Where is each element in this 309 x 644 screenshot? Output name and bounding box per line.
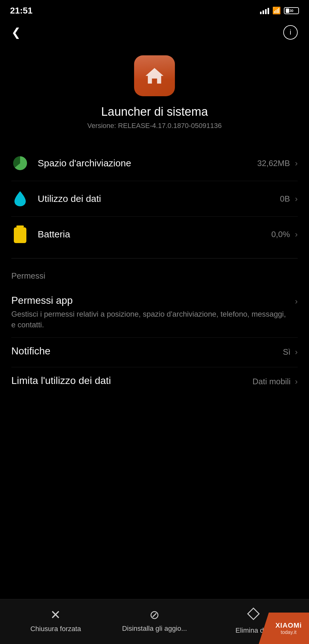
- force-close-label: Chiusura forzata: [30, 625, 81, 633]
- home-icon: [144, 65, 165, 87]
- svg-marker-3: [248, 608, 259, 619]
- notifications-item[interactable]: Notifiche Sì ›: [11, 338, 298, 367]
- notifications-chevron: ›: [295, 347, 298, 357]
- app-permissions-chevron: ›: [295, 297, 298, 306]
- app-version: Versione: RELEASE-4.17.0.1870-05091136: [87, 122, 222, 130]
- storage-value: 32,62MB: [257, 158, 290, 168]
- clear-data-icon: [247, 607, 260, 623]
- svg-rect-2: [14, 227, 26, 243]
- storage-label: Spazio d'archiviazione: [38, 158, 257, 169]
- top-nav: ❮ i: [0, 19, 309, 46]
- app-permissions-title: Permessi app: [11, 295, 289, 306]
- wifi-icon: 📶: [272, 7, 281, 15]
- app-icon: [134, 55, 175, 96]
- data-limit-value: Dati mobili: [252, 377, 290, 386]
- back-button[interactable]: ❮: [11, 27, 21, 38]
- watermark-sub: today.it: [281, 630, 296, 635]
- data-usage-item[interactable]: Utilizzo dei dati 0B ›: [11, 181, 298, 217]
- battery-icon: [13, 225, 27, 243]
- app-permissions-desc: Gestisci i permessi relativi a posizione…: [11, 309, 289, 330]
- notifications-value: Sì: [283, 347, 291, 357]
- uninstall-button[interactable]: ⊘ Disinstalla gli aggio...: [105, 609, 204, 633]
- storage-item[interactable]: Spazio d'archiviazione 32,62MB ›: [11, 146, 298, 181]
- battery-icon-wrap: [11, 225, 29, 243]
- data-limit-title: Limita l'utilizzo dei dati: [11, 375, 246, 386]
- permissions-title: Permessi: [11, 271, 298, 281]
- storage-icon: [12, 155, 28, 171]
- permissions-section: Permessi Permessi app Gestisci i permess…: [0, 265, 309, 397]
- data-value: 0B: [280, 194, 290, 204]
- storage-icon-wrap: [11, 154, 29, 172]
- app-header: Launcher di sistema Versione: RELEASE-4.…: [0, 46, 309, 146]
- data-label: Utilizzo dei dati: [38, 193, 280, 204]
- app-name: Launcher di sistema: [101, 105, 208, 119]
- signal-icon: [260, 7, 269, 14]
- force-close-button[interactable]: ✕ Chiusura forzata: [6, 608, 105, 633]
- uninstall-label: Disinstalla gli aggio...: [122, 625, 187, 633]
- watermark-brand: XIAOMi: [275, 621, 302, 630]
- battery-label: Batteria: [38, 229, 271, 240]
- storage-chevron: ›: [295, 158, 298, 168]
- battery-chevron: ›: [295, 230, 298, 239]
- app-permissions-item[interactable]: Permessi app Gestisci i permessi relativ…: [11, 287, 298, 338]
- battery-item[interactable]: Batteria 0,0% ›: [11, 217, 298, 252]
- battery-level: 30: [285, 9, 298, 13]
- data-icon: [13, 191, 27, 207]
- data-chevron: ›: [295, 194, 298, 204]
- status-bar: 21:51 📶 30: [0, 0, 309, 19]
- battery-value: 0,0%: [271, 230, 290, 239]
- notifications-title: Notifiche: [11, 345, 277, 357]
- status-time: 21:51: [10, 6, 33, 16]
- section-divider: [11, 258, 298, 258]
- info-button[interactable]: i: [283, 25, 298, 40]
- menu-section: Spazio d'archiviazione 32,62MB › Utilizz…: [0, 146, 309, 252]
- info-icon: i: [290, 28, 291, 36]
- status-icons: 📶 30: [260, 7, 299, 15]
- uninstall-icon: ⊘: [149, 609, 160, 621]
- svg-rect-1: [16, 225, 24, 227]
- force-close-icon: ✕: [50, 608, 61, 621]
- data-icon-wrap: [11, 190, 29, 208]
- battery-indicator: 30: [284, 7, 299, 14]
- data-limit-chevron: ›: [295, 377, 298, 386]
- data-limit-item[interactable]: Limita l'utilizzo dei dati Dati mobili ›: [11, 367, 298, 397]
